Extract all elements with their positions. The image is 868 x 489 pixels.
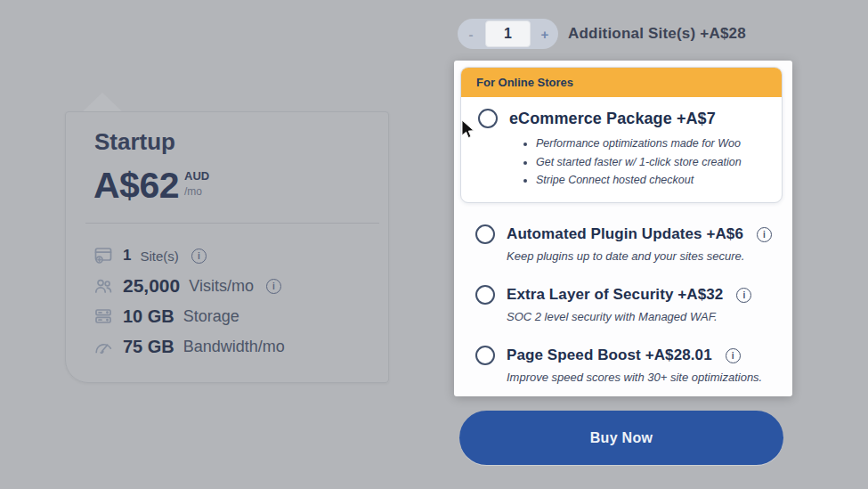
addon-description: Keep plugins up to date and your sites s…: [507, 249, 785, 263]
site-icon: [93, 244, 116, 267]
feature-label: Storage: [183, 307, 239, 326]
addon-plugin-updates: Automated Plugin Updates +A$6 i Keep plu…: [475, 224, 785, 263]
featured-bullet: Stripe Connect hosted checkout: [536, 171, 782, 190]
addon-page-speed: Page Speed Boost +A$28.01 i Improve spee…: [475, 346, 785, 384]
feature-storage: 10 GB Storage: [93, 301, 374, 331]
addon-extra-security: Extra Layer of Security +A$32 i SOC 2 le…: [475, 285, 785, 323]
addon-title: Automated Plugin Updates +A$6: [507, 225, 743, 243]
storage-icon: [93, 305, 116, 328]
plan-currency: AUD: [184, 169, 209, 183]
additional-sites-label: Additional Site(s) +A$28: [568, 25, 746, 43]
feature-value: 10 GB: [123, 306, 174, 327]
pricing-page: - 1 + Additional Site(s) +A$28 Startup A…: [0, 0, 868, 489]
info-icon[interactable]: i: [736, 288, 751, 303]
addon-description: SOC 2 level security with Managed WAF.: [507, 310, 785, 323]
feature-sites: 1 Site(s) i: [93, 240, 374, 271]
feature-list: 1 Site(s) i 25,000 Visits/mo i 10 GB Sto…: [93, 240, 374, 362]
plan-card: Startup A$62 AUD /mo 1 Site(s) i: [65, 111, 389, 383]
featured-banner: For Online Stores: [461, 68, 782, 97]
mouse-cursor-icon: [461, 119, 476, 141]
buy-now-button[interactable]: Buy Now: [459, 411, 783, 465]
decrement-button[interactable]: -: [459, 27, 483, 42]
plugin-updates-radio[interactable]: [475, 224, 495, 244]
extra-security-radio[interactable]: [475, 285, 495, 305]
featured-bullet: Performance optimizations made for Woo: [536, 134, 782, 153]
page-speed-radio[interactable]: [475, 346, 495, 365]
feature-label: Bandwidth/mo: [183, 338, 285, 356]
featured-addon-title: eCommerce Package +A$7: [509, 110, 716, 128]
info-icon[interactable]: i: [191, 249, 207, 264]
site-count-input[interactable]: 1: [485, 20, 531, 47]
feature-value: 25,000: [123, 275, 180, 297]
info-icon[interactable]: i: [757, 227, 772, 242]
plan-price-row: A$62 AUD /mo: [93, 167, 209, 204]
info-icon[interactable]: i: [266, 279, 281, 294]
info-icon[interactable]: i: [726, 348, 741, 363]
featured-addon-box: For Online Stores eCommerce Package +A$7…: [460, 67, 783, 203]
additional-sites-stepper: - 1 +: [458, 19, 558, 49]
divider: [85, 223, 379, 224]
addons-panel: For Online Stores eCommerce Package +A$7…: [454, 61, 792, 396]
increment-button[interactable]: +: [533, 27, 556, 42]
visitors-icon: [93, 274, 116, 297]
feature-label: Visits/mo: [189, 277, 254, 296]
featured-bullet: Get started faster w/ 1-click store crea…: [536, 153, 782, 172]
plan-period: /mo: [184, 185, 209, 198]
feature-visits: 25,000 Visits/mo i: [93, 271, 374, 301]
feature-label: Site(s): [140, 249, 178, 264]
bandwidth-icon: [93, 335, 116, 358]
plan-price: A$62: [93, 167, 179, 204]
plan-name: Startup: [94, 128, 175, 156]
addon-description: Improve speed scores with 30+ site optim…: [507, 371, 785, 384]
feature-value: 75 GB: [123, 337, 174, 357]
feature-value: 1: [123, 247, 131, 265]
ecommerce-package-radio[interactable]: [478, 109, 498, 128]
featured-bullet-list: Performance optimizations made for Woo G…: [523, 134, 782, 190]
plan-card-notch: [82, 93, 123, 112]
addon-title: Extra Layer of Security +A$32: [507, 286, 723, 304]
feature-bandwidth: 75 GB Bandwidth/mo: [93, 331, 374, 362]
addon-title: Page Speed Boost +A$28.01: [507, 346, 712, 364]
